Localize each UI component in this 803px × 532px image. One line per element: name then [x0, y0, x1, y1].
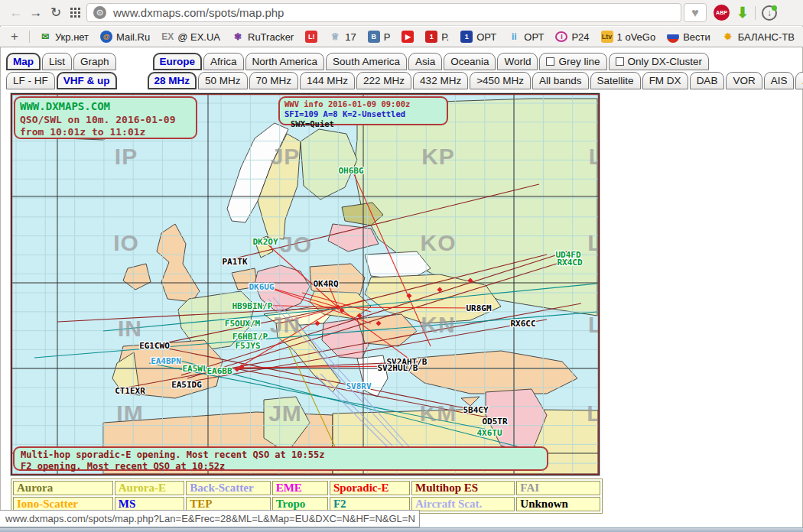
tab-144-mhz[interactable]: 144 MHz [300, 72, 355, 89]
bookmark-ort-2[interactable]: iiОРТ [508, 31, 544, 43]
youtube-play-icon: ▶ [402, 31, 414, 43]
status-tooltip: www.dxmaps.com/spots/map.php?Lan=E&Frec=… [0, 510, 420, 527]
callsign-oh6bg: OH6BG [338, 166, 363, 176]
tab-map[interactable]: Map [6, 53, 41, 70]
page-globe-icon[interactable]: ⊙ [93, 6, 106, 19]
bookmark-pervyi[interactable]: 1Р. [425, 31, 449, 43]
svg-text:JO: JO [280, 232, 312, 257]
bookmark-ukrnet[interactable]: ✉Укр.нет [39, 31, 89, 43]
tab-asia[interactable]: Asia [408, 53, 442, 70]
address-bar[interactable]: ⊙ www.dxmaps.com/spots/map.php [86, 3, 681, 22]
tab-vor[interactable]: VOR [726, 72, 762, 89]
tab-graph[interactable]: Graph [73, 53, 116, 70]
tab-28-mhz[interactable]: 28 MHz [148, 72, 197, 89]
tab-south-america[interactable]: South America [326, 53, 407, 70]
bookmark-balans-tv[interactable]: ✹БАЛАНС-ТВ [722, 31, 795, 43]
back-icon[interactable]: ← [6, 5, 26, 21]
tab-50-mhz[interactable]: 50 MHz [198, 72, 248, 89]
tab-450-mhz[interactable]: >450 MHz [470, 72, 531, 89]
europe-map-svg: IPJPKPLPIOJOKOLOINJNKNLNIMJMKMLM OH6BGDK… [11, 94, 599, 475]
tab-north-america[interactable]: North America [245, 53, 325, 70]
svg-text:IN: IN [118, 316, 142, 341]
tab-europe[interactable]: Europe [153, 53, 203, 70]
bookmark-vk-p[interactable]: ВP [368, 31, 391, 43]
forward-icon[interactable]: → [26, 5, 46, 21]
add-bookmark-button[interactable]: + [11, 29, 18, 44]
tab-222-mhz[interactable]: 222 MHz [356, 72, 411, 89]
reload-icon[interactable]: ↻ [46, 5, 66, 21]
tab-lf-hf[interactable]: LF - HF [6, 72, 55, 89]
tab-label: Africa [210, 56, 237, 67]
bookmark-label: ОРТ [524, 31, 544, 43]
bookmark-liveinternet[interactable]: L! [305, 31, 317, 43]
bookmark-label: P [384, 31, 391, 43]
alert-line-2: F2 opening. Most recent QSO at 10:52z [21, 461, 541, 472]
tab-only-dx-cluster[interactable]: Only DX-Cluster [609, 53, 710, 70]
bookmark-mailru[interactable]: @Mail.Ru [100, 31, 150, 43]
bookmark-counter-17[interactable]: ♕17 [329, 31, 356, 43]
tab-70-mhz[interactable]: 70 MHz [249, 72, 299, 89]
tab-label: South America [333, 56, 400, 67]
propagation-map[interactable]: IPJPKPLPIOJOKOLOINJNKNLNIMJMKMLM OH6BGDK… [11, 93, 600, 475]
bookmark-label: Вести [683, 31, 710, 43]
tab-all-bands[interactable]: All bands [532, 72, 589, 89]
svg-text:KM: KM [420, 401, 457, 426]
checkbox-only-dx-cluster[interactable] [616, 57, 624, 66]
tab-label: >450 MHz [476, 75, 524, 86]
svg-text:LM: LM [587, 401, 599, 426]
bookmark-p24[interactable]: ІP24 [555, 31, 589, 43]
tab-grey-line[interactable]: Grey line [539, 53, 606, 70]
people-icon: ii [508, 31, 520, 43]
callsign-ea4bpn: EA4BPN [151, 356, 181, 366]
update-arrow-icon[interactable]: ⬇ [736, 4, 749, 21]
bookmarks-bar: + ✉Укр.нет@Mail.RuЕХ@ EX.UA✾RuTrackerL!♕… [0, 27, 803, 47]
bookmark-rutracker[interactable]: ✾RuTracker [232, 31, 294, 43]
bookmark-ort-1[interactable]: 1ОРТ [460, 31, 496, 43]
bookmark-youtube[interactable]: ▶ [402, 31, 414, 43]
tab-label: Grey line [558, 56, 600, 67]
tab-label: 28 MHz [154, 75, 190, 86]
tab-world[interactable]: World [497, 53, 538, 70]
callsign-dk2oy: DK2OY [252, 237, 278, 247]
map-title-box: WWW.DXMAPS.COM QSO/SWL on 10m. 2016-01-0… [14, 96, 197, 139]
tab-label: FM DX [649, 75, 681, 86]
speed-dial-icon[interactable] [70, 8, 80, 18]
mailru-at-icon: @ [100, 31, 112, 43]
status-url: www.dxmaps.com/spots/map.php?Lan=E&Frec=… [5, 513, 415, 524]
ort-one-icon: 1 [460, 31, 473, 43]
tab-aprs[interactable]: APRS [795, 72, 803, 89]
tab-label: VHF & up [63, 75, 110, 86]
ltv-icon: Ltv [601, 31, 613, 43]
callsign-od5tr: OD5TR [482, 417, 507, 427]
bookmark-ovego[interactable]: Ltv1 oVeGo [601, 31, 656, 43]
downloads-icon[interactable]: ↓ [762, 5, 777, 21]
tab-list[interactable]: List [42, 53, 72, 70]
url-text[interactable]: www.dxmaps.com/spots/map.php [113, 6, 284, 19]
tab-satellite[interactable]: Satellite [590, 72, 641, 89]
envelope-icon: ✉ [39, 31, 51, 43]
tab-fm-dx[interactable]: FM DX [642, 72, 688, 89]
bookmark-heart-icon[interactable]: ♥ [684, 3, 707, 22]
legend-cell-unknown: Unknown [516, 497, 600, 511]
wwv-k: K=2-Unsettled [343, 109, 405, 118]
svg-text:IP: IP [115, 144, 138, 169]
adblock-icon[interactable]: ABP [714, 5, 730, 21]
tab-vhf-up[interactable]: VHF & up [57, 72, 117, 89]
tab-label: Only DX-Cluster [628, 56, 703, 67]
tab-africa[interactable]: Africa [203, 53, 244, 70]
bookmark-vesti[interactable]: Вести [667, 31, 710, 43]
tab-oceania[interactable]: Oceania [444, 53, 496, 70]
tab-dab[interactable]: DAB [690, 72, 725, 89]
tab-label: VOR [733, 75, 755, 86]
bookmark-exua[interactable]: ЕХ@ EX.UA [161, 31, 220, 43]
tab-label: Satellite [597, 75, 634, 86]
checkbox-grey-line[interactable] [546, 57, 554, 66]
tab-ais[interactable]: AIS [764, 72, 795, 89]
tab-432-mhz[interactable]: 432 MHz [413, 72, 468, 89]
callsign-dk6ug: DK6UG [249, 282, 274, 292]
tab-label: All bands [539, 75, 582, 86]
callsign-ct1exr: CT1EXR [115, 386, 145, 396]
tab-label: North America [252, 56, 318, 67]
svg-text:JP: JP [271, 144, 301, 169]
b-square-icon: В [368, 31, 380, 43]
